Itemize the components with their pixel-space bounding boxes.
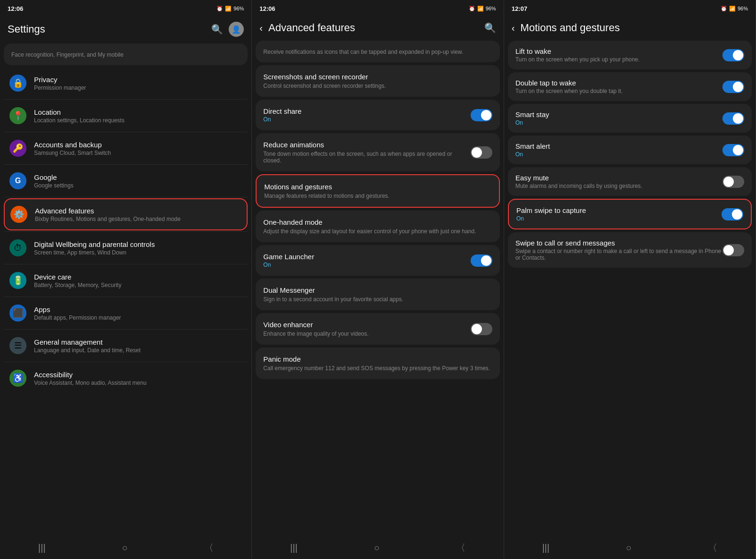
- advanced-header: ‹ Advanced features 🔍: [252, 17, 503, 41]
- partial-item: Face recognition, Fingerprint, and My mo…: [4, 43, 248, 65]
- wellbeing-subtitle: Screen time, App timers, Wind Down: [34, 249, 242, 256]
- motions-header: ‹ Motions and gestures: [504, 17, 756, 41]
- double-tap-toggle[interactable]: [722, 81, 744, 93]
- accounts-subtitle: Samsung Cloud, Smart Switch: [34, 150, 242, 156]
- adv-onehanded-title: One-handed mode: [263, 218, 492, 226]
- adv-screenshots[interactable]: Screenshots and screen recorder Control …: [256, 65, 499, 97]
- partial-item-text: Face recognition, Fingerprint, and My mo…: [11, 51, 123, 58]
- settings-item-location[interactable]: 📍 Location Location settings, Location r…: [4, 101, 248, 131]
- animations-toggle[interactable]: [471, 146, 492, 159]
- devicecare-title: Device care: [34, 273, 242, 281]
- smart-alert-toggle[interactable]: [722, 144, 744, 156]
- smart-stay-toggle[interactable]: [722, 112, 744, 125]
- adv-panicmode-subtitle: Call emergency number 112 and send SOS m…: [263, 365, 492, 372]
- motion-swipe-call[interactable]: Swipe to call or send messages Swipe a c…: [508, 232, 752, 268]
- settings-item-wellbeing[interactable]: ⏱ Digital Wellbeing and parental control…: [4, 233, 248, 263]
- gamelauncher-toggle[interactable]: [471, 254, 492, 267]
- lift-to-wake-toggle[interactable]: [722, 49, 744, 61]
- settings-item-accounts[interactable]: 🔑 Accounts and backup Samsung Cloud, Sma…: [4, 133, 248, 163]
- apps-subtitle: Default apps, Permission manager: [34, 314, 242, 321]
- adv-directshare-status: On: [263, 116, 301, 123]
- status-icons-3: ⏰ 📶 96%: [721, 6, 748, 12]
- accessibility-icon: ♿: [9, 370, 26, 387]
- settings-item-privacy[interactable]: 🔒 Privacy Permission manager: [4, 68, 248, 98]
- apps-icon: ⬛: [9, 305, 26, 322]
- general-icon: ☰: [9, 337, 26, 354]
- adv-gamelauncher[interactable]: Game Launcher On: [256, 245, 499, 276]
- adv-screenshots-title: Screenshots and screen recorder: [263, 73, 492, 81]
- nav-back-icon[interactable]: 〈: [204, 542, 214, 554]
- adv-directshare[interactable]: Direct share On: [256, 100, 499, 130]
- accessibility-title: Accessibility: [34, 371, 242, 379]
- directshare-toggle[interactable]: [471, 109, 492, 121]
- adv-dualmessenger[interactable]: Dual Messenger Sign in to a second accou…: [256, 279, 499, 310]
- settings-item-apps[interactable]: ⬛ Apps Default apps, Permission manager: [4, 298, 248, 328]
- privacy-subtitle: Permission manager: [34, 85, 242, 91]
- settings-panel: 12:06 ⏰ 📶 96% Settings 🔍 👤 Face recognit…: [0, 0, 252, 559]
- nav-home-icon-2[interactable]: ○: [374, 542, 379, 553]
- accounts-icon: 🔑: [9, 140, 26, 157]
- nav-back-icon-2[interactable]: 〈: [456, 542, 465, 554]
- adv-animations-subtitle: Tone down motion effects on the screen, …: [263, 151, 470, 164]
- location-subtitle: Location settings, Location requests: [34, 117, 242, 124]
- adv-gamelauncher-status: On: [263, 262, 314, 268]
- status-time-2: 12:06: [259, 5, 275, 12]
- google-icon: G: [9, 172, 26, 189]
- smart-alert-status: On: [515, 151, 722, 158]
- avatar[interactable]: 👤: [229, 22, 244, 37]
- nav-home-icon[interactable]: ○: [122, 542, 128, 553]
- adv-onehanded[interactable]: One-handed mode Adjust the display size …: [256, 211, 499, 242]
- easy-mute-title: Easy mute: [515, 174, 722, 182]
- nav-bar-3: ||| ○ 〈: [504, 536, 756, 559]
- easy-mute-subtitle: Mute alarms and incoming calls by using …: [515, 183, 722, 189]
- motion-easy-mute[interactable]: Easy mute Mute alarms and incoming calls…: [508, 167, 752, 196]
- privacy-title: Privacy: [34, 76, 242, 84]
- search-icon-2[interactable]: 🔍: [484, 22, 496, 34]
- easy-mute-toggle[interactable]: [722, 176, 744, 188]
- nav-recent-icon[interactable]: |||: [38, 542, 46, 553]
- smart-stay-title: Smart stay: [515, 110, 722, 119]
- wellbeing-icon: ⏱: [9, 239, 26, 256]
- palm-swipe-toggle[interactable]: [722, 208, 743, 220]
- adv-onehanded-subtitle: Adjust the display size and layout for e…: [263, 228, 492, 235]
- adv-videoenhancer[interactable]: Video enhancer Enhance the image quality…: [256, 313, 499, 345]
- search-icon[interactable]: 🔍: [211, 24, 223, 35]
- videoenhancer-toggle[interactable]: [471, 323, 492, 335]
- back-button-3[interactable]: ‹: [512, 23, 515, 34]
- settings-item-google[interactable]: G Google Google settings: [4, 166, 248, 196]
- back-button-2[interactable]: ‹: [259, 23, 263, 34]
- adv-motions[interactable]: Motions and gestures Manage features rel…: [256, 174, 499, 208]
- nav-recent-icon-3[interactable]: |||: [542, 542, 550, 553]
- google-title: Google: [34, 173, 242, 181]
- nav-back-icon-3[interactable]: 〈: [708, 542, 717, 554]
- nav-bar-1: ||| ○ 〈: [0, 536, 251, 559]
- adv-animations[interactable]: Reduce animations Tone down motion effec…: [256, 133, 499, 171]
- motion-lift-to-wake[interactable]: Lift to wake Turn on the screen when you…: [508, 41, 752, 69]
- settings-scroll: Face recognition, Fingerprint, and My mo…: [0, 43, 251, 536]
- wellbeing-title: Digital Wellbeing and parental controls: [34, 240, 242, 248]
- motion-smart-stay[interactable]: Smart stay On: [508, 104, 752, 133]
- adv-motions-subtitle: Manage features related to motions and g…: [264, 193, 491, 199]
- motion-palm-swipe[interactable]: Palm swipe to capture On: [508, 199, 752, 229]
- status-bar-2: 12:06 ⏰ 📶 96%: [252, 0, 503, 17]
- status-icons-2: ⏰ 📶 96%: [469, 6, 496, 12]
- settings-item-accessibility[interactable]: ♿ Accessibility Voice Assistant, Mono au…: [4, 363, 248, 393]
- nav-home-icon-3[interactable]: ○: [626, 542, 632, 553]
- advanced-features-panel: 12:06 ⏰ 📶 96% ‹ Advanced features 🔍 Rece…: [252, 0, 504, 559]
- location-title: Location: [34, 108, 242, 116]
- devicecare-icon: 🔋: [9, 272, 26, 289]
- nav-bar-2: ||| ○ 〈: [252, 536, 503, 559]
- adv-dualmessenger-subtitle: Sign in to a second account in your favo…: [263, 296, 492, 303]
- settings-item-devicecare[interactable]: 🔋 Device care Battery, Storage, Memory, …: [4, 265, 248, 296]
- settings-item-advanced[interactable]: ⚙️ Advanced features Bixby Routines, Mot…: [4, 198, 248, 230]
- smart-stay-status: On: [515, 119, 722, 126]
- general-subtitle: Language and input, Date and time, Reset: [34, 347, 242, 354]
- swipe-call-toggle[interactable]: [722, 244, 744, 256]
- adv-panicmode[interactable]: Panic mode Call emergency number 112 and…: [256, 347, 499, 379]
- motion-double-tap[interactable]: Double tap to wake Turn on the screen wh…: [508, 72, 752, 101]
- motion-smart-alert[interactable]: Smart alert On: [508, 136, 752, 164]
- privacy-icon: 🔒: [9, 75, 26, 92]
- settings-item-general[interactable]: ☰ General management Language and input,…: [4, 330, 248, 361]
- devicecare-subtitle: Battery, Storage, Memory, Security: [34, 282, 242, 288]
- nav-recent-icon-2[interactable]: |||: [290, 542, 298, 553]
